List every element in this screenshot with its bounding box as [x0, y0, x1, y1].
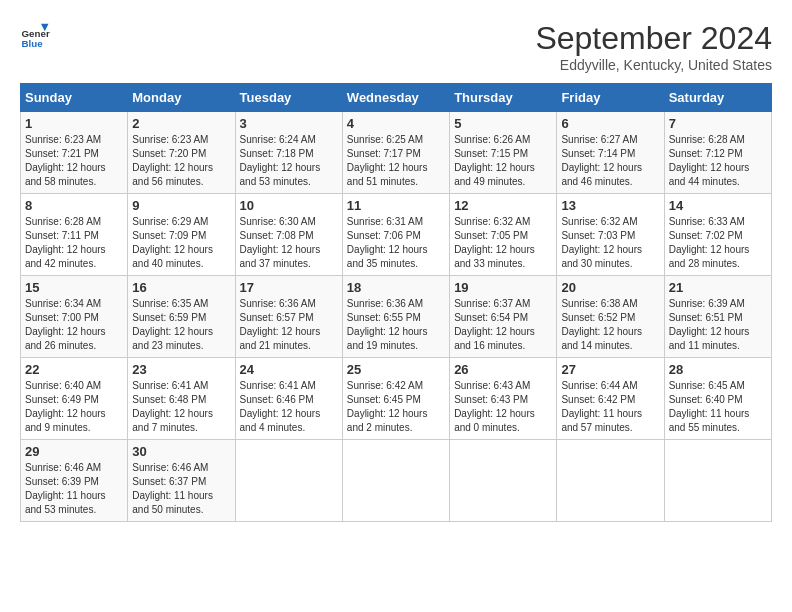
calendar-cell: 19 Sunrise: 6:37 AM Sunset: 6:54 PM Dayl… [450, 276, 557, 358]
calendar-cell: 28 Sunrise: 6:45 AM Sunset: 6:40 PM Dayl… [664, 358, 771, 440]
day-number: 18 [347, 280, 445, 295]
day-number: 11 [347, 198, 445, 213]
logo-icon: General Blue [20, 20, 50, 50]
day-number: 9 [132, 198, 230, 213]
day-info: Sunrise: 6:36 AM Sunset: 6:57 PM Dayligh… [240, 297, 338, 353]
day-info: Sunrise: 6:28 AM Sunset: 7:11 PM Dayligh… [25, 215, 123, 271]
day-info: Sunrise: 6:23 AM Sunset: 7:20 PM Dayligh… [132, 133, 230, 189]
calendar-cell: 9 Sunrise: 6:29 AM Sunset: 7:09 PM Dayli… [128, 194, 235, 276]
calendar-cell: 7 Sunrise: 6:28 AM Sunset: 7:12 PM Dayli… [664, 112, 771, 194]
day-info: Sunrise: 6:34 AM Sunset: 7:00 PM Dayligh… [25, 297, 123, 353]
col-tuesday: Tuesday [235, 84, 342, 112]
day-number: 10 [240, 198, 338, 213]
day-info: Sunrise: 6:41 AM Sunset: 6:46 PM Dayligh… [240, 379, 338, 435]
col-thursday: Thursday [450, 84, 557, 112]
month-title: September 2024 [535, 20, 772, 57]
day-info: Sunrise: 6:33 AM Sunset: 7:02 PM Dayligh… [669, 215, 767, 271]
day-number: 3 [240, 116, 338, 131]
logo: General Blue [20, 20, 54, 50]
calendar-cell: 30 Sunrise: 6:46 AM Sunset: 6:37 PM Dayl… [128, 440, 235, 522]
day-number: 4 [347, 116, 445, 131]
calendar-cell: 22 Sunrise: 6:40 AM Sunset: 6:49 PM Dayl… [21, 358, 128, 440]
day-info: Sunrise: 6:46 AM Sunset: 6:37 PM Dayligh… [132, 461, 230, 517]
calendar-cell: 4 Sunrise: 6:25 AM Sunset: 7:17 PM Dayli… [342, 112, 449, 194]
day-info: Sunrise: 6:43 AM Sunset: 6:43 PM Dayligh… [454, 379, 552, 435]
day-info: Sunrise: 6:36 AM Sunset: 6:55 PM Dayligh… [347, 297, 445, 353]
day-info: Sunrise: 6:45 AM Sunset: 6:40 PM Dayligh… [669, 379, 767, 435]
calendar-cell: 13 Sunrise: 6:32 AM Sunset: 7:03 PM Dayl… [557, 194, 664, 276]
calendar-cell: 2 Sunrise: 6:23 AM Sunset: 7:20 PM Dayli… [128, 112, 235, 194]
col-wednesday: Wednesday [342, 84, 449, 112]
calendar-cell: 1 Sunrise: 6:23 AM Sunset: 7:21 PM Dayli… [21, 112, 128, 194]
day-number: 14 [669, 198, 767, 213]
calendar-cell [342, 440, 449, 522]
day-number: 22 [25, 362, 123, 377]
day-number: 2 [132, 116, 230, 131]
day-info: Sunrise: 6:31 AM Sunset: 7:06 PM Dayligh… [347, 215, 445, 271]
day-number: 27 [561, 362, 659, 377]
calendar-table: Sunday Monday Tuesday Wednesday Thursday… [20, 83, 772, 522]
day-info: Sunrise: 6:29 AM Sunset: 7:09 PM Dayligh… [132, 215, 230, 271]
calendar-cell: 11 Sunrise: 6:31 AM Sunset: 7:06 PM Dayl… [342, 194, 449, 276]
calendar-cell [235, 440, 342, 522]
day-info: Sunrise: 6:25 AM Sunset: 7:17 PM Dayligh… [347, 133, 445, 189]
page-header: General Blue September 2024 Eddyville, K… [20, 20, 772, 73]
day-info: Sunrise: 6:40 AM Sunset: 6:49 PM Dayligh… [25, 379, 123, 435]
calendar-cell: 20 Sunrise: 6:38 AM Sunset: 6:52 PM Dayl… [557, 276, 664, 358]
day-info: Sunrise: 6:35 AM Sunset: 6:59 PM Dayligh… [132, 297, 230, 353]
col-monday: Monday [128, 84, 235, 112]
day-info: Sunrise: 6:39 AM Sunset: 6:51 PM Dayligh… [669, 297, 767, 353]
calendar-cell: 24 Sunrise: 6:41 AM Sunset: 6:46 PM Dayl… [235, 358, 342, 440]
col-friday: Friday [557, 84, 664, 112]
day-number: 25 [347, 362, 445, 377]
calendar-cell: 18 Sunrise: 6:36 AM Sunset: 6:55 PM Dayl… [342, 276, 449, 358]
location-subtitle: Eddyville, Kentucky, United States [535, 57, 772, 73]
calendar-row: 29 Sunrise: 6:46 AM Sunset: 6:39 PM Dayl… [21, 440, 772, 522]
calendar-row: 22 Sunrise: 6:40 AM Sunset: 6:49 PM Dayl… [21, 358, 772, 440]
calendar-cell [664, 440, 771, 522]
day-number: 16 [132, 280, 230, 295]
day-number: 24 [240, 362, 338, 377]
calendar-header-row: Sunday Monday Tuesday Wednesday Thursday… [21, 84, 772, 112]
calendar-cell: 8 Sunrise: 6:28 AM Sunset: 7:11 PM Dayli… [21, 194, 128, 276]
calendar-row: 8 Sunrise: 6:28 AM Sunset: 7:11 PM Dayli… [21, 194, 772, 276]
day-info: Sunrise: 6:38 AM Sunset: 6:52 PM Dayligh… [561, 297, 659, 353]
calendar-cell: 15 Sunrise: 6:34 AM Sunset: 7:00 PM Dayl… [21, 276, 128, 358]
calendar-cell: 3 Sunrise: 6:24 AM Sunset: 7:18 PM Dayli… [235, 112, 342, 194]
day-number: 15 [25, 280, 123, 295]
day-number: 13 [561, 198, 659, 213]
day-number: 28 [669, 362, 767, 377]
day-info: Sunrise: 6:41 AM Sunset: 6:48 PM Dayligh… [132, 379, 230, 435]
day-info: Sunrise: 6:44 AM Sunset: 6:42 PM Dayligh… [561, 379, 659, 435]
day-number: 8 [25, 198, 123, 213]
calendar-cell: 23 Sunrise: 6:41 AM Sunset: 6:48 PM Dayl… [128, 358, 235, 440]
day-info: Sunrise: 6:23 AM Sunset: 7:21 PM Dayligh… [25, 133, 123, 189]
calendar-row: 15 Sunrise: 6:34 AM Sunset: 7:00 PM Dayl… [21, 276, 772, 358]
calendar-cell: 21 Sunrise: 6:39 AM Sunset: 6:51 PM Dayl… [664, 276, 771, 358]
day-number: 6 [561, 116, 659, 131]
day-number: 5 [454, 116, 552, 131]
calendar-cell: 17 Sunrise: 6:36 AM Sunset: 6:57 PM Dayl… [235, 276, 342, 358]
calendar-cell: 6 Sunrise: 6:27 AM Sunset: 7:14 PM Dayli… [557, 112, 664, 194]
day-number: 1 [25, 116, 123, 131]
calendar-cell: 16 Sunrise: 6:35 AM Sunset: 6:59 PM Dayl… [128, 276, 235, 358]
calendar-cell: 10 Sunrise: 6:30 AM Sunset: 7:08 PM Dayl… [235, 194, 342, 276]
day-number: 26 [454, 362, 552, 377]
title-section: September 2024 Eddyville, Kentucky, Unit… [535, 20, 772, 73]
calendar-cell [450, 440, 557, 522]
day-number: 12 [454, 198, 552, 213]
day-info: Sunrise: 6:26 AM Sunset: 7:15 PM Dayligh… [454, 133, 552, 189]
col-sunday: Sunday [21, 84, 128, 112]
calendar-cell: 12 Sunrise: 6:32 AM Sunset: 7:05 PM Dayl… [450, 194, 557, 276]
day-info: Sunrise: 6:30 AM Sunset: 7:08 PM Dayligh… [240, 215, 338, 271]
calendar-cell [557, 440, 664, 522]
day-number: 29 [25, 444, 123, 459]
calendar-row: 1 Sunrise: 6:23 AM Sunset: 7:21 PM Dayli… [21, 112, 772, 194]
calendar-cell: 27 Sunrise: 6:44 AM Sunset: 6:42 PM Dayl… [557, 358, 664, 440]
day-number: 17 [240, 280, 338, 295]
calendar-cell: 29 Sunrise: 6:46 AM Sunset: 6:39 PM Dayl… [21, 440, 128, 522]
day-number: 19 [454, 280, 552, 295]
day-info: Sunrise: 6:37 AM Sunset: 6:54 PM Dayligh… [454, 297, 552, 353]
day-info: Sunrise: 6:27 AM Sunset: 7:14 PM Dayligh… [561, 133, 659, 189]
day-info: Sunrise: 6:46 AM Sunset: 6:39 PM Dayligh… [25, 461, 123, 517]
